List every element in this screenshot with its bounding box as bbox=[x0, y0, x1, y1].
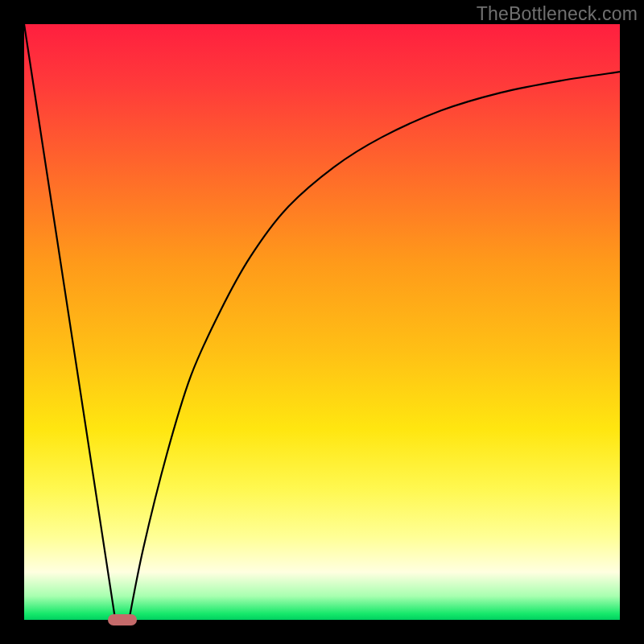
curve-overlay bbox=[24, 24, 620, 620]
plot-area bbox=[24, 24, 620, 620]
curve-right-branch bbox=[129, 72, 620, 620]
chart-frame: TheBottleneck.com bbox=[0, 0, 644, 644]
curve-left-branch bbox=[24, 24, 115, 620]
bottleneck-marker bbox=[108, 614, 137, 625]
watermark-text: TheBottleneck.com bbox=[477, 3, 638, 25]
